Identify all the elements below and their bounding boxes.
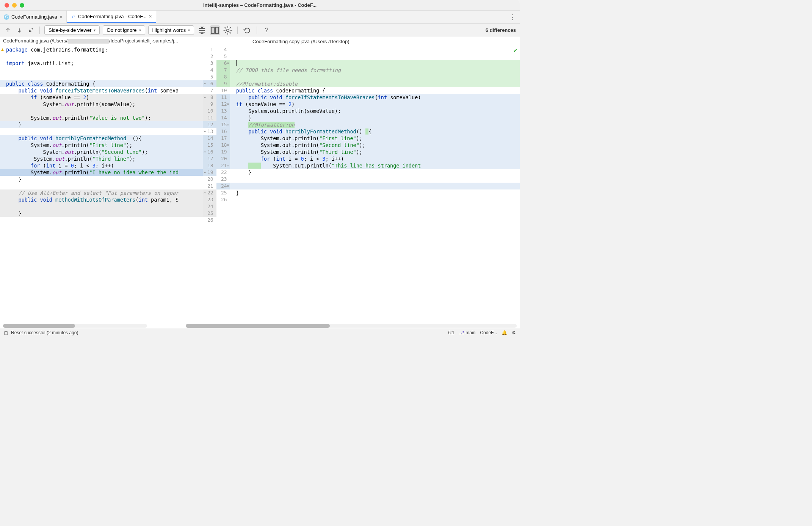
code-line[interactable]: System.out.println("Second line"); — [0, 149, 203, 155]
right-code-pane[interactable]: // TODO this file needs formatting//@for… — [230, 46, 520, 328]
left-scrollbar[interactable] — [3, 324, 147, 328]
diff-chevron-icon[interactable]: « — [227, 162, 229, 169]
close-tab-icon[interactable]: × — [60, 14, 63, 20]
line-number[interactable]: 14 — [216, 114, 230, 121]
minimize-window-button[interactable] — [12, 3, 17, 8]
line-number[interactable]: 4 — [216, 46, 230, 53]
code-line[interactable]: if (someValue == 2) — [0, 94, 203, 101]
left-code-pane[interactable]: package com.jetbrains.formatting;import … — [0, 46, 203, 328]
line-number[interactable]: 16 — [216, 128, 230, 135]
diff-chevron-icon[interactable]: » — [204, 169, 206, 176]
code-line[interactable]: } — [0, 176, 203, 183]
diff-chevron-icon[interactable]: « — [227, 60, 229, 67]
line-number[interactable]: 12« — [216, 101, 230, 108]
line-number[interactable]: 17 — [216, 135, 230, 142]
code-line[interactable]: System.out.println(someValue); — [0, 101, 203, 108]
code-line[interactable]: } — [0, 210, 203, 217]
line-number[interactable]: 23 — [216, 176, 230, 183]
code-line[interactable]: } — [230, 189, 520, 196]
line-number[interactable]: 10 — [216, 87, 230, 94]
help-button[interactable]: ? — [262, 25, 271, 35]
line-number[interactable]: 9 — [203, 101, 216, 108]
line-number[interactable]: 17 — [203, 155, 216, 162]
close-tab-icon[interactable]: × — [149, 13, 152, 19]
code-line[interactable] — [0, 53, 203, 60]
line-number[interactable]: 13 — [216, 108, 230, 114]
line-number[interactable]: 8» — [203, 94, 216, 101]
code-line[interactable] — [0, 128, 203, 135]
code-line[interactable]: public void methodWithLotsOfParameters(i… — [0, 196, 203, 203]
line-number[interactable]: 9 — [216, 80, 230, 87]
next-diff-button[interactable] — [15, 26, 24, 34]
line-number[interactable]: 2 — [203, 53, 216, 60]
code-line[interactable]: public class CodeFormatting { — [0, 80, 203, 87]
code-line[interactable]: } — [230, 169, 520, 176]
line-number[interactable]: 1 — [203, 46, 216, 53]
diff-chevron-icon[interactable]: « — [227, 142, 229, 149]
line-number[interactable]: 5 — [216, 53, 230, 60]
diff-chevron-icon[interactable]: « — [227, 121, 229, 128]
diff-chevron-icon[interactable]: » — [204, 80, 206, 87]
code-line[interactable]: System.out.println("First line"); — [0, 142, 203, 149]
code-line[interactable] — [230, 196, 520, 203]
line-number[interactable]: 12 — [203, 121, 216, 128]
git-branch[interactable]: ⎇ main — [459, 330, 475, 335]
sync-scroll-button[interactable] — [210, 25, 220, 35]
left-gutter[interactable]: 123456»78»910111213»141516»171819»202122… — [203, 46, 216, 328]
line-number[interactable]: 13» — [203, 128, 216, 135]
line-number[interactable]: 16» — [203, 149, 216, 155]
edit-source-button[interactable] — [27, 26, 35, 34]
refresh-button[interactable] — [242, 25, 252, 35]
line-number[interactable]: 20 — [203, 176, 216, 183]
line-number[interactable]: 22 — [216, 169, 230, 176]
line-number[interactable]: 21 — [203, 183, 216, 189]
line-number[interactable]: 4 — [203, 67, 216, 74]
code-line[interactable]: System.out.println("Third line"); — [230, 149, 520, 155]
code-line[interactable]: System.out.println("Second line"); — [230, 142, 520, 149]
close-window-button[interactable] — [5, 3, 9, 8]
code-line[interactable]: //@formatter:disable — [230, 80, 520, 87]
line-number[interactable]: 10 — [203, 108, 216, 114]
code-line[interactable]: import java.util.List; — [0, 60, 203, 67]
diff-chevron-icon[interactable]: » — [204, 128, 206, 135]
status-extra[interactable]: CodeF... — [480, 330, 497, 335]
line-number[interactable]: 24 — [203, 203, 216, 210]
right-gutter[interactable]: 456«789101112«131415«161718«192021«22232… — [216, 46, 230, 328]
notifications-icon[interactable]: 🔔 — [502, 330, 507, 335]
code-line[interactable]: for (int i = 0; i < 3; i++) — [230, 155, 520, 162]
code-line[interactable] — [230, 46, 520, 53]
code-line[interactable] — [230, 60, 520, 67]
ignore-mode-dropdown[interactable]: Do not ignore — [103, 25, 145, 35]
line-number[interactable]: 19» — [203, 169, 216, 176]
line-number[interactable]: 6» — [203, 80, 216, 87]
line-number[interactable]: 26 — [203, 217, 216, 224]
code-line[interactable] — [230, 183, 520, 189]
line-number[interactable]: 18« — [216, 142, 230, 149]
code-line[interactable]: } — [0, 121, 203, 128]
line-number[interactable]: 25 — [203, 210, 216, 217]
viewer-mode-dropdown[interactable]: Side-by-side viewer — [44, 25, 100, 35]
right-scrollbar[interactable] — [186, 324, 517, 328]
maximize-window-button[interactable] — [20, 3, 24, 8]
code-line[interactable] — [0, 203, 203, 210]
code-line[interactable]: public void horriblyFormattedMethod (){ — [0, 135, 203, 142]
code-line[interactable] — [230, 53, 520, 60]
code-line[interactable]: System.out.println("I have no idea where… — [0, 169, 203, 176]
line-number[interactable]: 3 — [203, 60, 216, 67]
line-number[interactable]: 25 — [216, 189, 230, 196]
tabs-menu-icon[interactable]: ⋮ — [509, 13, 516, 21]
line-number[interactable]: 5 — [203, 74, 216, 80]
tab-codeformatting[interactable]: C CodeFormatting.java × — [0, 11, 67, 23]
line-number[interactable]: 15 — [203, 142, 216, 149]
code-line[interactable]: //@formatter:on — [230, 121, 520, 128]
code-line[interactable]: public void forceIfStatementsToHaveBrace… — [0, 87, 203, 94]
diff-chevron-icon[interactable]: « — [227, 183, 229, 189]
code-line[interactable] — [0, 74, 203, 80]
code-line[interactable]: } — [230, 114, 520, 121]
line-number[interactable]: 23 — [203, 196, 216, 203]
line-number[interactable]: 7 — [203, 87, 216, 94]
line-number[interactable]: 11 — [203, 114, 216, 121]
line-number[interactable]: 8 — [216, 74, 230, 80]
line-number[interactable]: 18 — [203, 162, 216, 169]
code-line[interactable]: System.out.println("This line has strang… — [230, 162, 520, 169]
